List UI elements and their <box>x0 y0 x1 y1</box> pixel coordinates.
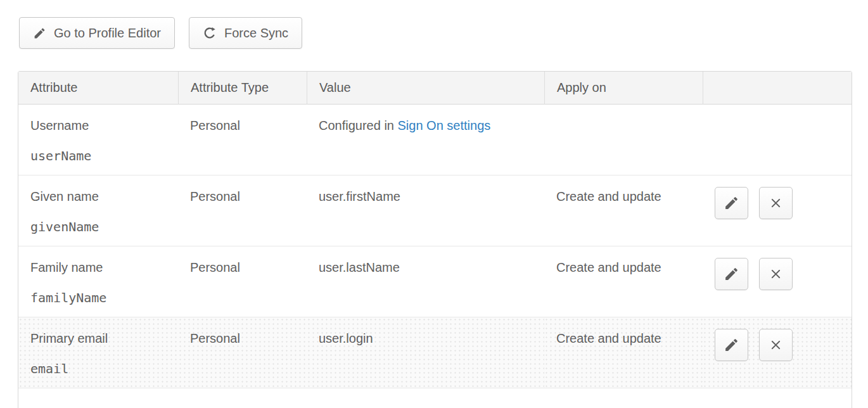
apply-on-cell: Create and update <box>544 246 703 317</box>
value-cell: user.firstName <box>307 175 544 246</box>
pencil-icon <box>724 195 739 211</box>
toolbar: Go to Profile Editor Force Sync <box>19 17 302 49</box>
attribute-variable-name: familyName <box>30 290 166 305</box>
go-to-profile-editor-label: Go to Profile Editor <box>54 26 161 41</box>
actions-cell <box>703 246 852 317</box>
pencil-icon <box>33 27 46 40</box>
value-prefix: Configured in <box>319 118 398 132</box>
column-header-apply-on: Apply on <box>544 72 703 105</box>
attribute-label: Family name <box>30 260 166 275</box>
apply-on-value: Create and update <box>556 260 691 275</box>
edit-attribute-button[interactable] <box>715 329 748 361</box>
empty-cell <box>544 388 703 408</box>
attribute-type-value: Personal <box>190 189 295 204</box>
apply-on-value: Create and update <box>556 331 691 346</box>
actions-cell <box>703 175 852 246</box>
value-text: Configured in Sign On settings <box>319 118 532 133</box>
apply-on-cell: Create and update <box>544 175 703 246</box>
table-row: Given namegivenNamePersonaluser.firstNam… <box>18 175 852 246</box>
apply-on-value: Create and update <box>556 189 691 204</box>
refresh-icon <box>203 26 217 40</box>
empty-cell <box>703 388 852 408</box>
row-actions <box>715 329 839 361</box>
apply-on-cell: Create and update <box>544 317 703 388</box>
table-row: UsernameuserNamePersonalConfigured in Si… <box>18 105 852 175</box>
attribute-type-cell: Personal <box>178 175 307 246</box>
attribute-type-value: Personal <box>190 260 295 275</box>
attribute-type-value: Personal <box>190 331 295 346</box>
column-header-actions <box>703 72 852 105</box>
remove-attribute-button[interactable] <box>759 187 793 219</box>
row-actions <box>715 258 839 290</box>
remove-attribute-button[interactable] <box>759 329 793 361</box>
edit-attribute-button[interactable] <box>715 258 748 290</box>
attribute-variable-name: userName <box>30 148 166 163</box>
value-text: user.firstName <box>319 189 532 204</box>
actions-cell <box>703 105 852 175</box>
attribute-mapping-table: Attribute Attribute Type Value Apply on … <box>18 71 852 408</box>
attribute-type-cell: Personal <box>178 246 307 317</box>
empty-cell <box>307 388 544 408</box>
profile-mappings-page: Go to Profile Editor Force Sync Attribut… <box>0 0 868 408</box>
value-cell: user.lastName <box>307 246 544 317</box>
table-row: Primary emailemailPersonaluser.loginCrea… <box>18 317 852 388</box>
table-row-partial <box>18 388 852 408</box>
close-icon <box>768 266 784 282</box>
go-to-profile-editor-button[interactable]: Go to Profile Editor <box>19 17 175 49</box>
value-cell: user.login <box>307 317 544 388</box>
close-icon <box>768 195 784 211</box>
table-row: Family namefamilyNamePersonaluser.lastNa… <box>18 246 852 317</box>
empty-cell <box>18 388 178 408</box>
attribute-type-cell: Personal <box>178 317 307 388</box>
edit-attribute-button[interactable] <box>715 187 748 219</box>
remove-attribute-button[interactable] <box>759 258 793 290</box>
pencil-icon <box>724 266 739 282</box>
force-sync-button[interactable]: Force Sync <box>189 17 302 49</box>
attribute-label: Given name <box>30 189 166 204</box>
attribute-label: Primary email <box>30 331 166 346</box>
actions-cell <box>703 317 852 388</box>
apply-on-cell <box>544 105 703 175</box>
empty-cell <box>178 388 307 408</box>
column-header-value: Value <box>307 72 544 105</box>
column-header-attribute-type: Attribute Type <box>178 72 307 105</box>
attribute-label: Username <box>30 118 166 133</box>
row-actions <box>715 187 839 219</box>
close-icon <box>768 337 784 353</box>
attribute-type-value: Personal <box>190 118 295 133</box>
attribute-cell: UsernameuserName <box>18 105 178 175</box>
attribute-cell: Family namefamilyName <box>18 246 178 317</box>
pencil-icon <box>724 337 739 353</box>
attribute-cell: Given namegivenName <box>18 175 178 246</box>
sign-on-settings-link[interactable]: Sign On settings <box>398 118 491 132</box>
force-sync-label: Force Sync <box>224 26 288 41</box>
table-body: UsernameuserNamePersonalConfigured in Si… <box>18 105 852 408</box>
column-header-attribute: Attribute <box>18 72 178 105</box>
value-cell: Configured in Sign On settings <box>307 105 544 175</box>
attribute-cell: Primary emailemail <box>18 317 178 388</box>
value-text: user.login <box>319 331 532 346</box>
value-text: user.lastName <box>319 260 532 275</box>
attribute-type-cell: Personal <box>178 105 307 175</box>
table-header-row: Attribute Attribute Type Value Apply on <box>18 72 852 105</box>
attribute-variable-name: email <box>30 361 166 376</box>
attribute-variable-name: givenName <box>30 219 166 234</box>
